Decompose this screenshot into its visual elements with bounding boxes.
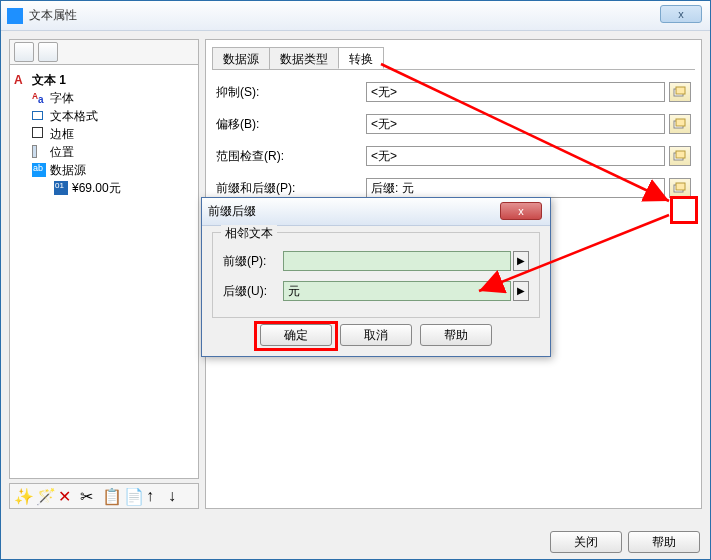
suffix-label: 后缀(U): (223, 283, 283, 300)
prefixsuffix-picker-button[interactable] (669, 178, 691, 198)
tree-item-label: 位置 (50, 144, 74, 161)
cut-icon[interactable]: ✂ (80, 487, 98, 505)
tree-item-label: 数据源 (50, 162, 86, 179)
left-top-toolbar (9, 39, 199, 65)
main-bottom-buttons: 关闭 帮助 (550, 531, 700, 553)
offset-value[interactable]: <无> (366, 114, 665, 134)
tree-item-border[interactable]: 边框 (14, 125, 194, 143)
tree-item-position[interactable]: 位置 (14, 143, 194, 161)
prefixsuffix-label: 前缀和后缀(P): (216, 180, 366, 197)
suffix-arrow-button[interactable]: ▶ (513, 281, 529, 301)
dialog-close-button[interactable]: x (500, 202, 542, 220)
delete-icon[interactable]: ✕ (58, 487, 76, 505)
offset-label: 偏移(B): (216, 116, 366, 133)
magic-icon[interactable]: 🪄 (36, 487, 54, 505)
dialog-legend: 相邻文本 (221, 225, 277, 242)
prefix-arrow-button[interactable]: ▶ (513, 251, 529, 271)
paste-icon[interactable]: 📄 (124, 487, 142, 505)
offset-picker-button[interactable] (669, 114, 691, 134)
dialog-cancel-button[interactable]: 取消 (340, 324, 412, 346)
format-icon (32, 109, 46, 123)
range-label: 范围检查(R): (216, 148, 366, 165)
font-icon: Aa (32, 91, 46, 105)
tree-item-font[interactable]: Aa 字体 (14, 89, 194, 107)
prefixsuffix-dialog: 前缀后缀 x 相邻文本 前缀(P): ▶ 后缀(U): ▶ 确定 取消 帮助 (201, 197, 551, 357)
ruler-icon (32, 145, 46, 159)
dialog-button-row: 确定 取消 帮助 (202, 322, 550, 354)
left-column: A 文本 1 Aa 字体 文本格式 边框 (9, 39, 199, 509)
tree-item-label: 文本格式 (50, 108, 98, 125)
dialog-group: 相邻文本 前缀(P): ▶ 后缀(U): ▶ (212, 232, 540, 318)
toolbar-button-1[interactable] (14, 42, 34, 62)
titlebar: 文本属性 x (1, 1, 710, 31)
up-icon[interactable]: ↑ (146, 487, 164, 505)
toolbar-button-2[interactable] (38, 42, 58, 62)
app-icon (7, 8, 23, 24)
window-close-button[interactable]: x (660, 5, 702, 23)
tab-strip: 数据源 数据类型 转换 (212, 46, 695, 70)
wand-icon[interactable]: ✨ (14, 487, 32, 505)
left-bottom-toolbar: ✨ 🪄 ✕ ✂ 📋 📄 ↑ ↓ (9, 483, 199, 509)
svg-rect-3 (676, 119, 685, 126)
tab-convert[interactable]: 转换 (338, 47, 384, 69)
row-offset: 偏移(B): <无> (216, 112, 691, 136)
tree-item-label: 边框 (50, 126, 74, 143)
tree-root-label: 文本 1 (32, 72, 66, 89)
data-icon: 01 (54, 181, 68, 195)
main-close-button[interactable]: 关闭 (550, 531, 622, 553)
dialog-help-button[interactable]: 帮助 (420, 324, 492, 346)
property-tree[interactable]: A 文本 1 Aa 字体 文本格式 边框 (9, 65, 199, 479)
dialog-ok-button[interactable]: 确定 (260, 324, 332, 346)
main-help-button[interactable]: 帮助 (628, 531, 700, 553)
suppress-label: 抑制(S): (216, 84, 366, 101)
range-picker-button[interactable] (669, 146, 691, 166)
suppress-picker-button[interactable] (669, 82, 691, 102)
tree-item-datasource[interactable]: ab 数据源 (14, 161, 194, 179)
tree-root[interactable]: A 文本 1 (14, 71, 194, 89)
window-title: 文本属性 (29, 7, 77, 24)
text-icon: A (14, 73, 28, 87)
datasource-icon: ab (32, 163, 46, 177)
row-suppress: 抑制(S): <无> (216, 80, 691, 104)
prefixsuffix-value[interactable]: 后缀: 元 (366, 178, 665, 198)
suffix-input[interactable] (283, 281, 511, 301)
prefix-input[interactable] (283, 251, 511, 271)
copy-icon[interactable]: 📋 (102, 487, 120, 505)
tab-datasource[interactable]: 数据源 (212, 47, 270, 69)
tree-item-format[interactable]: 文本格式 (14, 107, 194, 125)
prefix-label: 前缀(P): (223, 253, 283, 270)
dialog-row-suffix: 后缀(U): ▶ (223, 279, 529, 303)
range-value[interactable]: <无> (366, 146, 665, 166)
down-icon[interactable]: ↓ (168, 487, 186, 505)
border-icon (32, 127, 46, 141)
main-window: 文本属性 x A 文本 1 Aa 字体 (0, 0, 711, 560)
dialog-titlebar: 前缀后缀 x (202, 198, 550, 226)
dialog-row-prefix: 前缀(P): ▶ (223, 249, 529, 273)
dialog-title: 前缀后缀 (208, 203, 256, 220)
tab-datatype[interactable]: 数据类型 (269, 47, 339, 69)
tree-item-value[interactable]: 01 ¥69.00元 (14, 179, 194, 197)
row-range: 范围检查(R): <无> (216, 144, 691, 168)
tree-item-label: ¥69.00元 (72, 180, 121, 197)
tree-item-label: 字体 (50, 90, 74, 107)
svg-rect-7 (676, 183, 685, 190)
suppress-value[interactable]: <无> (366, 82, 665, 102)
svg-rect-1 (676, 87, 685, 94)
convert-form: 抑制(S): <无> 偏移(B): <无> 范围检查(R): <无> (212, 70, 695, 212)
svg-rect-5 (676, 151, 685, 158)
